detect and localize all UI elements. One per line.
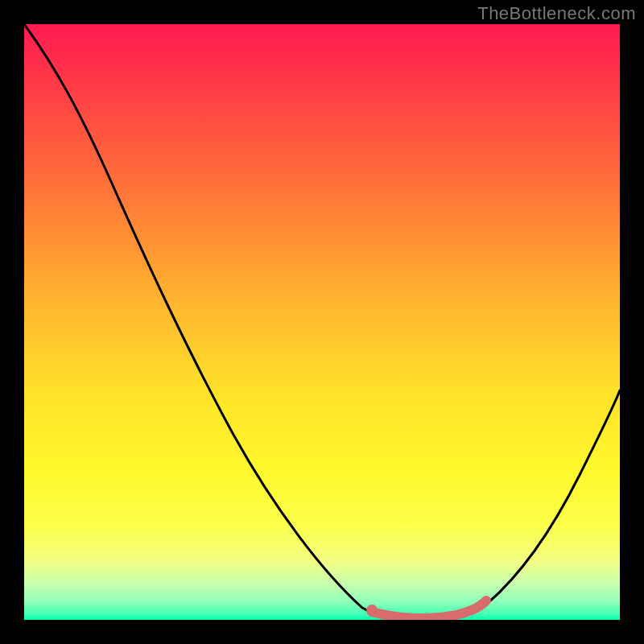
plot-area — [24, 24, 620, 620]
chart-container: TheBottleneck.com — [0, 0, 644, 644]
highlight-segment — [372, 601, 486, 618]
attribution-text: TheBottleneck.com — [477, 3, 636, 24]
bottleneck-curve — [24, 24, 620, 619]
optimum-point-marker — [366, 605, 378, 616]
chart-svg — [24, 24, 620, 620]
